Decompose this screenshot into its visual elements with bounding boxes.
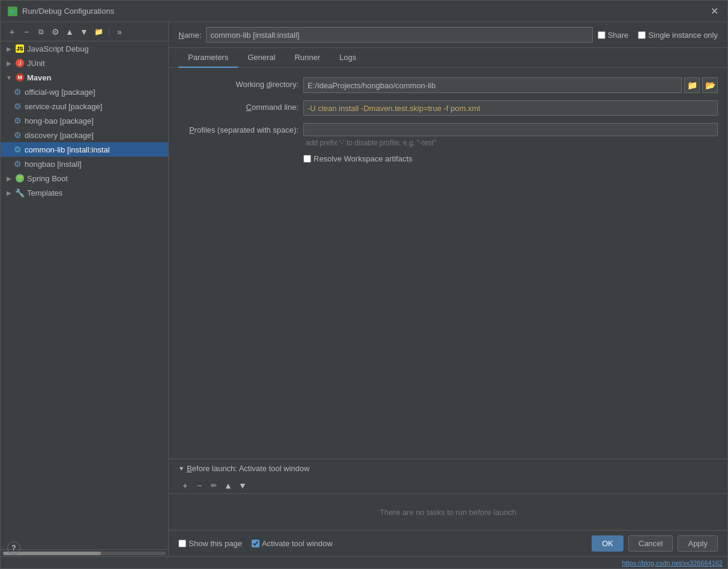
- cancel-button[interactable]: Cancel: [628, 535, 673, 552]
- before-launch-section: ▼ Before launch: Before launch: Activate…: [169, 459, 727, 530]
- profiles-hint: add prefix '-' to disable profile, e.g. …: [303, 139, 718, 147]
- before-launch-down-button[interactable]: ▼: [236, 479, 249, 492]
- tree-item-maven[interactable]: ▼ M Maven: [1, 70, 168, 85]
- add-config-button[interactable]: +: [5, 25, 19, 38]
- tab-logs[interactable]: Logs: [330, 48, 366, 68]
- before-launch-header[interactable]: ▼ Before launch: Before launch: Activate…: [169, 459, 727, 478]
- profiles-label: Profiles (separated with space):: [178, 123, 299, 134]
- apply-button[interactable]: Apply: [678, 535, 718, 552]
- single-instance-label: Single instance only: [648, 31, 718, 40]
- share-checkbox[interactable]: [598, 31, 605, 39]
- tree-item-official-wg[interactable]: ⚙ official-wg [package]: [1, 85, 168, 99]
- resolve-spacer: [178, 154, 299, 157]
- gear-icon: ⚙: [13, 159, 22, 169]
- gear-icon: ⚙: [13, 130, 22, 140]
- junit-icon: J: [15, 58, 25, 68]
- expand-arrow: ▶: [5, 175, 13, 182]
- no-tasks-text: There are no tasks to run before launch: [380, 508, 517, 517]
- tab-runner[interactable]: Runner: [285, 48, 330, 68]
- gear-cyan-icon: ⚙: [13, 145, 22, 154]
- common-lib-label: common-lib [install:instal: [25, 145, 110, 154]
- share-checkbox-label[interactable]: Share: [598, 31, 629, 40]
- bottom-bar: Show this page Activate tool window OK C…: [169, 530, 727, 556]
- copy-config-button[interactable]: ⧉: [34, 25, 47, 38]
- official-wg-label: official-wg [package]: [25, 88, 96, 97]
- ok-button[interactable]: OK: [592, 535, 623, 552]
- sort-button[interactable]: 📁: [92, 25, 105, 38]
- maven-label: Maven: [27, 73, 51, 82]
- working-directory-input-row: 📁 📂: [303, 77, 718, 93]
- gear-icon: ⚙: [13, 116, 22, 125]
- single-instance-checkbox-label[interactable]: Single instance only: [638, 31, 718, 40]
- name-row: Name: Share Single instance only: [169, 22, 727, 48]
- main-content: + − ⧉ ⚙ ▲ ▼ 📁 » ▶ JS JavaScript Debug: [1, 22, 727, 556]
- before-launch-label: Before launch: Before launch: Activate t…: [187, 464, 310, 473]
- working-directory-label: Working directory:: [178, 77, 299, 89]
- move-down-button[interactable]: ▼: [77, 25, 91, 38]
- status-bar: https://blog.csdn.net/xx326664162: [1, 556, 727, 568]
- profiles-input-container: add prefix '-' to disable profile, e.g. …: [303, 123, 718, 147]
- tree-item-templates[interactable]: ▶ 🔧 Templates: [1, 185, 168, 200]
- browse-module-button[interactable]: 📂: [702, 77, 718, 93]
- spring-boot-label: Spring Boot: [27, 174, 68, 183]
- before-launch-toolbar: + − ✏ ▲ ▼: [169, 478, 727, 494]
- expand-arrow: ▼: [5, 74, 13, 81]
- tree-item-discovery[interactable]: ⚙ discovery [package]: [1, 128, 168, 142]
- browse-folder-button[interactable]: 📁: [684, 77, 700, 93]
- status-url[interactable]: https://blog.csdn.net/xx326664162: [622, 559, 723, 567]
- junit-label: JUnit: [27, 59, 45, 68]
- tree-item-spring-boot[interactable]: ▶ 🌱 Spring Boot: [1, 171, 168, 185]
- before-launch-add-button[interactable]: +: [178, 479, 192, 492]
- tree-item-hong-bao[interactable]: ⚙ hong-bao [package]: [1, 113, 168, 128]
- before-launch-up-button[interactable]: ▲: [222, 479, 235, 492]
- bottom-checkboxes: Show this page Activate tool window: [178, 539, 592, 548]
- more-options-button[interactable]: »: [113, 25, 126, 38]
- single-instance-checkbox[interactable]: [638, 31, 646, 39]
- resolve-workspace-checkbox[interactable]: [303, 155, 311, 163]
- before-launch-remove-button[interactable]: −: [193, 479, 206, 492]
- tree-toolbar: + − ⧉ ⚙ ▲ ▼ 📁 »: [1, 22, 168, 41]
- tree-item-js-debug[interactable]: ▶ JS JavaScript Debug: [1, 41, 168, 56]
- tree-item-hongbao-install[interactable]: ⚙ hongbao [install]: [1, 157, 168, 171]
- tab-parameters[interactable]: Parameters: [178, 48, 238, 68]
- bottom-buttons: OK Cancel Apply: [592, 535, 718, 552]
- before-launch-edit-button[interactable]: ✏: [207, 479, 220, 492]
- name-label: Name:: [178, 31, 201, 40]
- wrench-icon: 🔧: [15, 188, 25, 197]
- profiles-row: Profiles (separated with space): add pre…: [178, 123, 718, 147]
- dialog-icon: ▶: [8, 7, 17, 16]
- show-page-checkbox[interactable]: [178, 540, 186, 547]
- command-line-input-row: [303, 100, 718, 116]
- config-tree: ▶ JS JavaScript Debug ▶ J JUnit ▼: [1, 41, 168, 549]
- working-directory-row: Working directory: 📁 📂: [178, 77, 718, 93]
- activate-tool-text: Activate tool window: [262, 539, 333, 548]
- tab-general[interactable]: General: [238, 48, 285, 68]
- tree-item-service-zuul[interactable]: ⚙ service-zuul [package]: [1, 99, 168, 113]
- help-button[interactable]: ?: [7, 541, 20, 555]
- hongbao-install-label: hongbao [install]: [25, 160, 82, 169]
- share-label: Share: [608, 31, 629, 40]
- activate-tool-checkbox[interactable]: [252, 540, 259, 547]
- dialog-title: Run/Debug Configurations: [22, 7, 114, 16]
- working-directory-input[interactable]: [303, 77, 682, 93]
- move-up-button[interactable]: ▲: [63, 25, 76, 38]
- expand-arrow: ▶: [5, 59, 13, 67]
- config-tabs: Parameters General Runner Logs: [169, 48, 727, 68]
- right-panel: Name: Share Single instance only Paramet: [169, 22, 727, 556]
- activate-tool-label[interactable]: Activate tool window: [252, 539, 333, 548]
- command-line-input[interactable]: [303, 100, 718, 116]
- name-input[interactable]: [206, 27, 592, 43]
- close-button[interactable]: ✕: [708, 5, 720, 17]
- share-row: Share Single instance only: [598, 31, 718, 40]
- tree-item-junit[interactable]: ▶ J JUnit: [1, 56, 168, 70]
- settings-button[interactable]: ⚙: [49, 25, 62, 38]
- resolve-workspace-label[interactable]: Resolve Workspace artifacts: [303, 154, 413, 163]
- discovery-label: discovery [package]: [25, 131, 94, 140]
- show-page-label[interactable]: Show this page: [178, 539, 242, 548]
- profiles-input[interactable]: [303, 123, 718, 136]
- hong-bao-label: hong-bao [package]: [25, 116, 94, 125]
- remove-config-button[interactable]: −: [20, 25, 33, 38]
- command-line-label: Command line:: [178, 100, 299, 112]
- tree-item-common-lib[interactable]: ⚙ common-lib [install:instal: [1, 142, 168, 157]
- expand-arrow: ▶: [5, 189, 13, 196]
